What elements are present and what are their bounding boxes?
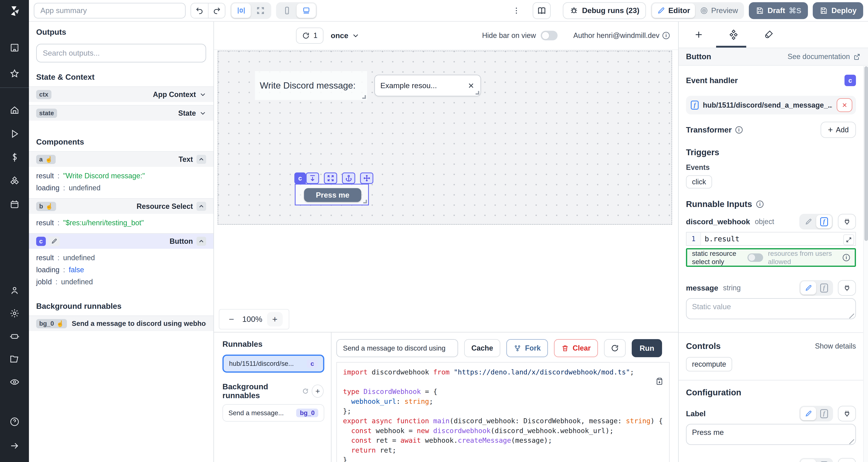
workspace-icon[interactable] [3, 37, 26, 58]
center-canvas-button[interactable] [231, 3, 251, 18]
more-menu-icon[interactable] [510, 6, 523, 15]
press-me-button[interactable]: Press me [304, 188, 361, 202]
settings-gear-icon[interactable] [3, 303, 26, 324]
expression-input[interactable]: 1 b.result [686, 232, 856, 246]
home-icon[interactable] [3, 100, 26, 121]
user-icon[interactable] [3, 280, 26, 301]
run-button[interactable]: Run [632, 339, 662, 357]
tab-preview[interactable]: Preview [695, 3, 743, 18]
zoom-out-button[interactable]: − [225, 314, 238, 325]
resources-icon[interactable] [3, 170, 26, 191]
resize-handle[interactable] [363, 200, 367, 203]
cache-button[interactable]: Cache [464, 339, 500, 357]
zoom-in-button[interactable]: + [267, 312, 283, 327]
draft-button[interactable]: Draft ⌘S [749, 2, 808, 19]
variables-icon[interactable] [3, 147, 26, 167]
edit-pencil-icon[interactable] [49, 236, 60, 246]
info-icon[interactable]: i [662, 32, 670, 39]
refresh-script-button[interactable] [604, 339, 626, 357]
add-component-tab[interactable] [681, 22, 716, 47]
copy-code-icon[interactable] [655, 377, 664, 386]
output-row-state[interactable]: state State [29, 105, 213, 121]
component-settings-tab[interactable] [716, 22, 751, 47]
static-pencil-icon[interactable] [801, 459, 816, 462]
recompute-chip[interactable]: recompute [686, 357, 732, 371]
help-icon[interactable] [3, 411, 26, 432]
chevron-down-icon[interactable] [199, 110, 206, 117]
resources-from-users-toggle[interactable] [747, 253, 763, 262]
move-component-icon[interactable] [360, 172, 373, 184]
refresh-count-button[interactable]: 1 [296, 28, 323, 44]
connect-plug-icon[interactable] [838, 280, 856, 296]
styling-brush-tab[interactable] [751, 22, 786, 47]
search-outputs-input[interactable] [36, 44, 206, 62]
background-runnable-row[interactable]: bg_0☝ Send a message to discord using we… [29, 316, 213, 331]
connect-plug-icon[interactable] [838, 406, 856, 422]
selected-button-component[interactable]: c Press me [295, 184, 369, 205]
expand-canvas-button[interactable] [251, 3, 270, 18]
selected-runnable-item[interactable]: hub/1511/discord/se... c [222, 355, 324, 373]
clear-button[interactable]: Clear [554, 339, 598, 357]
hide-bar-toggle[interactable] [541, 31, 558, 40]
expression-f-icon[interactable]: f [816, 459, 832, 462]
runs-icon[interactable] [3, 124, 26, 144]
code-editor[interactable]: import discordwebhook from "https://deno… [336, 362, 670, 462]
output-row-ctx[interactable]: ctx App Context [29, 86, 213, 102]
redo-button[interactable] [208, 3, 225, 18]
favorites-icon[interactable] [3, 63, 26, 84]
ai-robot-icon[interactable] [3, 326, 26, 346]
connect-plug-icon[interactable] [838, 458, 856, 462]
undo-button[interactable] [191, 3, 208, 18]
desktop-view-button[interactable] [297, 3, 316, 18]
info-icon[interactable]: i [735, 126, 743, 134]
static-pencil-icon[interactable] [801, 281, 816, 295]
resource-select-component[interactable]: Example resou... [374, 75, 481, 96]
app-artboard[interactable]: Write Discord message: Example resou... … [218, 51, 672, 225]
component-row-c[interactable]: c Button [29, 233, 213, 249]
audit-eye-icon[interactable] [3, 372, 26, 392]
component-row-b[interactable]: b☝ Resource Select [29, 198, 213, 214]
inspector-scrollbar[interactable] [863, 66, 868, 462]
collapse-sidebar-icon[interactable] [3, 435, 26, 456]
mobile-view-button[interactable] [277, 3, 297, 18]
anchor-icon[interactable] [342, 172, 355, 184]
script-name-input[interactable] [336, 339, 458, 357]
static-pencil-icon[interactable] [801, 215, 816, 228]
insert-below-icon[interactable] [306, 172, 319, 184]
deploy-button[interactable]: Deploy [813, 2, 863, 19]
show-details-link[interactable]: Show details [815, 342, 856, 350]
expression-f-icon[interactable]: f [816, 215, 832, 228]
windmill-logo[interactable] [0, 0, 29, 22]
schedule-mode-select[interactable]: once [331, 31, 359, 40]
expression-f-icon[interactable]: f [816, 407, 832, 420]
debug-runs-button[interactable]: Debug runs (23) [563, 2, 646, 19]
label-value-input[interactable]: Press me [686, 424, 856, 445]
text-component[interactable]: Write Discord message: [255, 71, 367, 100]
expression-f-icon[interactable]: f [816, 281, 832, 295]
clear-selection-icon[interactable] [467, 82, 475, 90]
collapse-chevron-icon[interactable] [196, 155, 206, 164]
app-summary-input[interactable] [34, 3, 186, 19]
component-row-a[interactable]: a☝ Text [29, 151, 213, 167]
event-handler-resource[interactable]: f hub/1511/discord/send_a_message_... [686, 96, 856, 114]
docs-book-icon[interactable] [533, 2, 551, 19]
add-background-runnable-button[interactable]: + [312, 385, 324, 398]
collapse-chevron-icon[interactable] [196, 237, 206, 246]
event-click-chip[interactable]: click [686, 175, 712, 189]
resize-handle[interactable] [475, 91, 479, 95]
fork-button[interactable]: Fork [506, 339, 548, 357]
remove-handler-button[interactable] [837, 98, 852, 112]
message-static-value-input[interactable] [686, 298, 856, 319]
expand-component-icon[interactable] [324, 172, 337, 184]
add-transformer-button[interactable]: +Add [820, 122, 856, 138]
info-icon[interactable]: i [756, 201, 764, 208]
bg-runnable-item[interactable]: Send a message... bg_0 [222, 404, 324, 422]
folders-icon[interactable] [3, 349, 26, 369]
expand-editor-icon[interactable] [843, 234, 854, 245]
resize-handle[interactable] [362, 95, 366, 99]
info-icon[interactable]: i [843, 254, 850, 261]
schedules-icon[interactable] [3, 194, 26, 214]
connect-plug-icon[interactable] [838, 214, 856, 230]
chevron-down-icon[interactable] [199, 91, 206, 98]
tab-editor[interactable]: Editor [652, 3, 695, 18]
